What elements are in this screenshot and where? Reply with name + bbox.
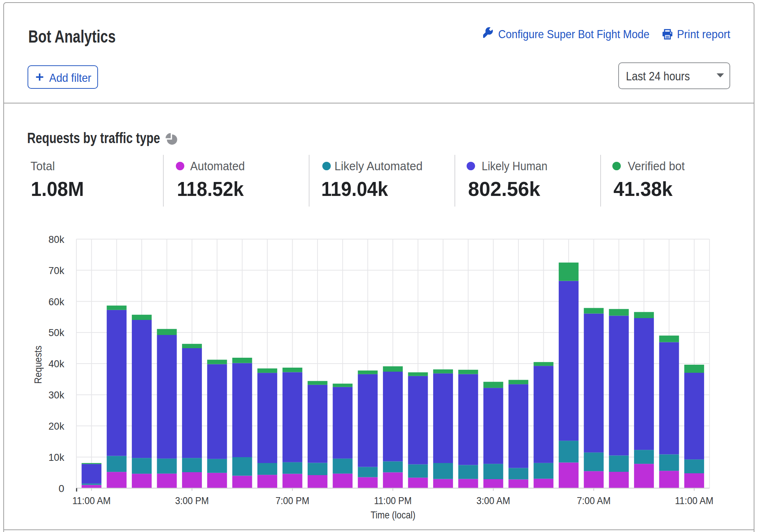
svg-text:20k: 20k (48, 420, 65, 432)
svg-text:7:00 PM: 7:00 PM (276, 495, 309, 506)
svg-text:30k: 30k (48, 389, 65, 401)
svg-text:0: 0 (58, 483, 64, 494)
svg-text:80k: 80k (48, 234, 65, 245)
svg-text:3:00 PM: 3:00 PM (175, 495, 209, 506)
svg-text:70k: 70k (48, 265, 65, 276)
svg-text:10k: 10k (48, 452, 65, 463)
svg-text:7:00 AM: 7:00 AM (577, 495, 611, 506)
svg-text:Time (local): Time (local) (371, 509, 416, 521)
svg-text:Requests: Requests (32, 346, 44, 384)
svg-text:3:00 AM: 3:00 AM (477, 495, 510, 506)
svg-text:11:00 PM: 11:00 PM (374, 495, 412, 506)
svg-text:11:00 AM: 11:00 AM (675, 495, 714, 506)
svg-text:40k: 40k (48, 358, 65, 369)
svg-text:60k: 60k (48, 296, 65, 307)
svg-text:11:00 AM: 11:00 AM (72, 495, 111, 506)
svg-text:50k: 50k (48, 327, 65, 338)
